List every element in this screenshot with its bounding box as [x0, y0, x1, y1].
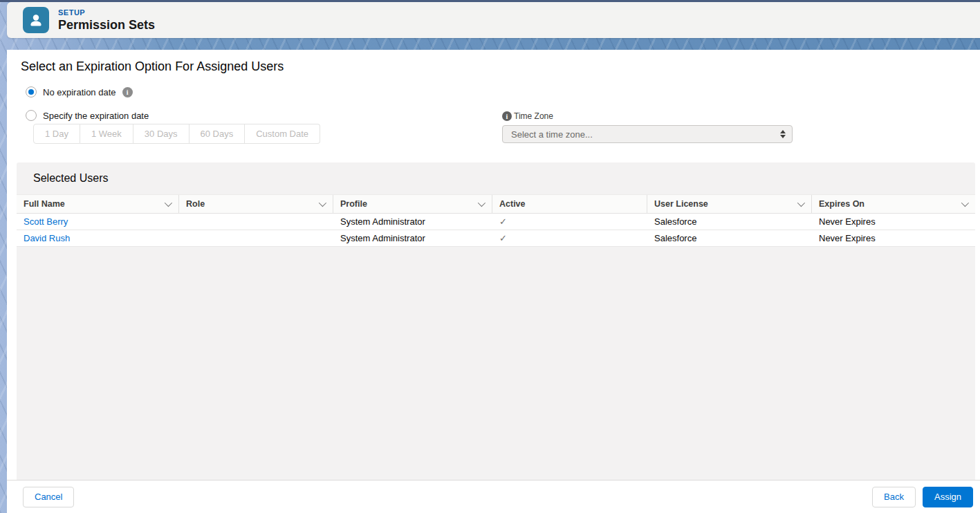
chevron-down-icon: [797, 199, 805, 207]
selected-users-card: Selected Users Full Name Role Profile Ac…: [17, 162, 975, 480]
expires-on-cell: Never Expires: [812, 233, 975, 243]
assign-button[interactable]: Assign: [923, 487, 973, 507]
column-header-active[interactable]: Active: [492, 195, 647, 213]
radio-label: Specify the expiration date: [43, 111, 149, 121]
expiration-duration-button-group: 1 Day 1 Week 30 Days 60 Days Custom Date: [33, 124, 320, 144]
chevron-down-icon: [319, 199, 326, 207]
user-license-cell: Salesforce: [647, 233, 812, 243]
column-header-full-name[interactable]: Full Name: [17, 195, 179, 213]
active-checkmark-icon: ✓: [499, 216, 507, 227]
chevron-down-icon: [478, 199, 486, 207]
active-checkmark-icon: ✓: [499, 233, 507, 243]
timezone-selected-value: Select a time zone...: [511, 129, 593, 140]
column-header-role[interactable]: Role: [179, 195, 333, 213]
chevron-down-icon: [165, 199, 172, 207]
column-header-user-license[interactable]: User License: [647, 195, 812, 213]
expiration-options-panel: Select an Expiration Option For Assigned…: [7, 50, 980, 513]
radio-button-checked[interactable]: [26, 86, 37, 97]
page-title: Permission Sets: [58, 17, 155, 32]
radio-option-specify-date[interactable]: Specify the expiration date: [26, 110, 149, 121]
column-header-expires-on[interactable]: Expires On: [812, 195, 975, 213]
action-footer: Cancel Back Assign: [7, 480, 980, 513]
selected-users-header: Selected Users: [17, 162, 975, 194]
chevron-down-icon: [961, 199, 969, 207]
profile-cell: System Administrator: [333, 233, 492, 243]
duration-button-60-days[interactable]: 60 Days: [189, 124, 246, 144]
table-row: David Rush System Administrator ✓ Salesf…: [17, 230, 975, 247]
column-header-profile[interactable]: Profile: [333, 195, 492, 213]
setup-eyebrow: SETUP: [58, 8, 155, 17]
table-header-row: Full Name Role Profile Active User Licen…: [17, 194, 975, 214]
radio-button-unchecked[interactable]: [26, 110, 37, 121]
user-icon: [28, 12, 44, 28]
timezone-label: Time Zone: [514, 111, 553, 121]
user-license-cell: Salesforce: [647, 216, 812, 227]
cancel-button[interactable]: Cancel: [23, 487, 74, 507]
duration-button-1-week[interactable]: 1 Week: [80, 124, 133, 144]
profile-cell: System Administrator: [333, 216, 492, 227]
panel-title: Select an Expiration Option For Assigned…: [21, 59, 284, 74]
user-name-link[interactable]: David Rush: [24, 233, 70, 243]
radio-label: No expiration date: [43, 87, 116, 97]
setup-header: SETUP Permission Sets: [7, 2, 980, 38]
permission-sets-user-icon: [23, 7, 49, 33]
select-arrows-icon: [780, 130, 786, 138]
duration-button-1-day[interactable]: 1 Day: [33, 124, 80, 144]
table-row: Scott Berry System Administrator ✓ Sales…: [17, 214, 975, 230]
selected-users-title: Selected Users: [33, 172, 109, 185]
duration-button-custom-date[interactable]: Custom Date: [245, 124, 320, 144]
radio-option-no-expiration[interactable]: No expiration date i: [26, 86, 133, 97]
duration-button-30-days[interactable]: 30 Days: [133, 124, 189, 144]
timezone-field: i Time Zone Select a time zone...: [502, 111, 793, 143]
user-name-link[interactable]: Scott Berry: [24, 216, 68, 227]
info-icon[interactable]: i: [122, 87, 133, 97]
back-button[interactable]: Back: [872, 487, 916, 507]
setup-header-titles: SETUP Permission Sets: [58, 8, 155, 32]
expires-on-cell: Never Expires: [812, 216, 975, 227]
timezone-select[interactable]: Select a time zone...: [502, 125, 793, 143]
info-icon[interactable]: i: [502, 111, 512, 121]
timezone-label-row: i Time Zone: [502, 111, 793, 121]
